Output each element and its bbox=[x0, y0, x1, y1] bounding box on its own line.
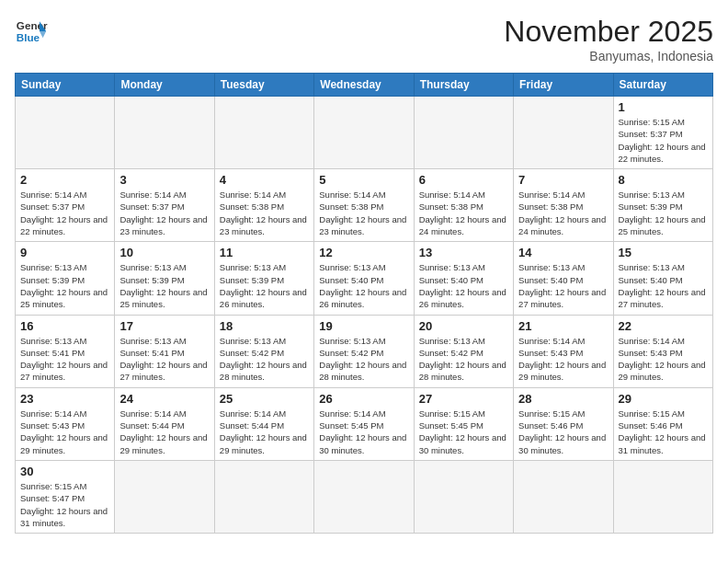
day-info: Sunrise: 5:14 AM Sunset: 5:43 PM Dayligh… bbox=[619, 335, 708, 384]
day-number: 3 bbox=[119, 173, 209, 187]
calendar-cell: 14Sunrise: 5:13 AM Sunset: 5:40 PM Dayli… bbox=[514, 242, 613, 315]
day-number: 14 bbox=[518, 246, 608, 259]
day-number: 10 bbox=[119, 246, 209, 259]
day-info: Sunrise: 5:13 AM Sunset: 5:40 PM Dayligh… bbox=[419, 261, 508, 310]
day-info: Sunrise: 5:14 AM Sunset: 5:44 PM Dayligh… bbox=[119, 408, 209, 456]
calendar-cell bbox=[514, 460, 613, 533]
calendar-cell: 28Sunrise: 5:15 AM Sunset: 5:46 PM Dayli… bbox=[514, 387, 613, 460]
svg-text:Blue: Blue bbox=[17, 31, 40, 43]
day-number: 30 bbox=[20, 465, 109, 478]
calendar-cell: 22Sunrise: 5:14 AM Sunset: 5:43 PM Dayli… bbox=[613, 315, 712, 387]
calendar-cell bbox=[414, 460, 513, 533]
weekday-header-friday: Friday bbox=[514, 74, 613, 97]
day-info: Sunrise: 5:14 AM Sunset: 5:38 PM Dayligh… bbox=[518, 189, 608, 237]
logo-icon: General Blue bbox=[15, 15, 48, 48]
calendar-cell bbox=[314, 460, 414, 533]
calendar-cell bbox=[115, 460, 214, 533]
calendar-cell: 23Sunrise: 5:14 AM Sunset: 5:43 PM Dayli… bbox=[16, 387, 115, 460]
calendar-cell bbox=[214, 97, 313, 169]
day-number: 25 bbox=[220, 392, 309, 406]
day-info: Sunrise: 5:14 AM Sunset: 5:44 PM Dayligh… bbox=[220, 408, 309, 456]
calendar-cell: 6Sunrise: 5:14 AM Sunset: 5:38 PM Daylig… bbox=[414, 169, 513, 242]
calendar-cell: 15Sunrise: 5:13 AM Sunset: 5:40 PM Dayli… bbox=[613, 242, 712, 315]
day-number: 27 bbox=[419, 392, 508, 406]
calendar-cell: 24Sunrise: 5:14 AM Sunset: 5:44 PM Dayli… bbox=[115, 387, 214, 460]
day-info: Sunrise: 5:13 AM Sunset: 5:39 PM Dayligh… bbox=[119, 261, 209, 310]
day-info: Sunrise: 5:14 AM Sunset: 5:45 PM Dayligh… bbox=[319, 408, 408, 456]
day-info: Sunrise: 5:13 AM Sunset: 5:40 PM Dayligh… bbox=[619, 261, 708, 310]
day-info: Sunrise: 5:13 AM Sunset: 5:42 PM Dayligh… bbox=[319, 335, 408, 384]
calendar-cell: 2Sunrise: 5:14 AM Sunset: 5:37 PM Daylig… bbox=[16, 169, 115, 242]
day-number: 17 bbox=[119, 319, 209, 333]
day-number: 22 bbox=[619, 319, 708, 333]
day-number: 19 bbox=[319, 319, 408, 333]
calendar-cell: 4Sunrise: 5:14 AM Sunset: 5:38 PM Daylig… bbox=[214, 169, 313, 242]
title-block: November 2025 Banyumas, Indonesia bbox=[504, 15, 713, 63]
day-info: Sunrise: 5:13 AM Sunset: 5:40 PM Dayligh… bbox=[319, 261, 408, 310]
day-number: 13 bbox=[419, 246, 508, 259]
day-number: 8 bbox=[619, 173, 708, 187]
calendar-cell: 10Sunrise: 5:13 AM Sunset: 5:39 PM Dayli… bbox=[115, 242, 214, 315]
calendar-cell: 27Sunrise: 5:15 AM Sunset: 5:45 PM Dayli… bbox=[414, 387, 513, 460]
day-number: 2 bbox=[20, 173, 109, 187]
day-info: Sunrise: 5:15 AM Sunset: 5:46 PM Dayligh… bbox=[619, 408, 708, 456]
day-info: Sunrise: 5:14 AM Sunset: 5:37 PM Dayligh… bbox=[119, 189, 209, 237]
day-info: Sunrise: 5:13 AM Sunset: 5:39 PM Dayligh… bbox=[220, 261, 309, 310]
day-number: 9 bbox=[20, 246, 109, 259]
day-number: 24 bbox=[119, 392, 209, 406]
day-info: Sunrise: 5:14 AM Sunset: 5:38 PM Dayligh… bbox=[220, 189, 309, 237]
calendar-cell: 9Sunrise: 5:13 AM Sunset: 5:39 PM Daylig… bbox=[16, 242, 115, 315]
location: Banyumas, Indonesia bbox=[504, 49, 713, 63]
day-info: Sunrise: 5:13 AM Sunset: 5:41 PM Dayligh… bbox=[119, 335, 209, 384]
weekday-header-wednesday: Wednesday bbox=[314, 74, 414, 97]
calendar-cell: 21Sunrise: 5:14 AM Sunset: 5:43 PM Dayli… bbox=[514, 315, 613, 387]
calendar-cell bbox=[414, 97, 513, 169]
day-number: 4 bbox=[220, 173, 309, 187]
calendar-cell: 18Sunrise: 5:13 AM Sunset: 5:42 PM Dayli… bbox=[214, 315, 313, 387]
day-info: Sunrise: 5:14 AM Sunset: 5:43 PM Dayligh… bbox=[20, 408, 109, 456]
day-number: 15 bbox=[619, 246, 708, 259]
day-info: Sunrise: 5:15 AM Sunset: 5:46 PM Dayligh… bbox=[518, 408, 608, 456]
day-number: 29 bbox=[619, 392, 708, 406]
calendar-cell: 19Sunrise: 5:13 AM Sunset: 5:42 PM Dayli… bbox=[314, 315, 414, 387]
day-info: Sunrise: 5:13 AM Sunset: 5:39 PM Dayligh… bbox=[20, 261, 109, 310]
calendar-cell: 20Sunrise: 5:13 AM Sunset: 5:42 PM Dayli… bbox=[414, 315, 513, 387]
day-info: Sunrise: 5:13 AM Sunset: 5:40 PM Dayligh… bbox=[518, 261, 608, 310]
logo: General Blue bbox=[15, 15, 48, 48]
day-number: 26 bbox=[319, 392, 408, 406]
day-number: 12 bbox=[319, 246, 408, 259]
day-number: 20 bbox=[419, 319, 508, 333]
weekday-header-sunday: Sunday bbox=[16, 74, 115, 97]
day-number: 5 bbox=[319, 173, 408, 187]
calendar-cell: 7Sunrise: 5:14 AM Sunset: 5:38 PM Daylig… bbox=[514, 169, 613, 242]
day-number: 23 bbox=[20, 392, 109, 406]
day-number: 18 bbox=[220, 319, 309, 333]
calendar-cell: 30Sunrise: 5:15 AM Sunset: 5:47 PM Dayli… bbox=[16, 460, 115, 533]
calendar-cell bbox=[214, 460, 313, 533]
day-info: Sunrise: 5:14 AM Sunset: 5:38 PM Dayligh… bbox=[319, 189, 408, 237]
day-info: Sunrise: 5:14 AM Sunset: 5:43 PM Dayligh… bbox=[518, 335, 608, 384]
day-info: Sunrise: 5:15 AM Sunset: 5:37 PM Dayligh… bbox=[619, 116, 708, 165]
calendar-cell: 25Sunrise: 5:14 AM Sunset: 5:44 PM Dayli… bbox=[214, 387, 313, 460]
calendar-cell: 16Sunrise: 5:13 AM Sunset: 5:41 PM Dayli… bbox=[16, 315, 115, 387]
day-number: 11 bbox=[220, 246, 309, 259]
day-number: 1 bbox=[619, 100, 708, 114]
calendar-cell: 29Sunrise: 5:15 AM Sunset: 5:46 PM Dayli… bbox=[613, 387, 712, 460]
day-info: Sunrise: 5:13 AM Sunset: 5:42 PM Dayligh… bbox=[419, 335, 508, 384]
calendar-cell bbox=[613, 460, 712, 533]
calendar-cell: 12Sunrise: 5:13 AM Sunset: 5:40 PM Dayli… bbox=[314, 242, 414, 315]
weekday-header-saturday: Saturday bbox=[613, 74, 712, 97]
calendar-cell: 17Sunrise: 5:13 AM Sunset: 5:41 PM Dayli… bbox=[115, 315, 214, 387]
day-info: Sunrise: 5:13 AM Sunset: 5:39 PM Dayligh… bbox=[619, 189, 708, 237]
day-number: 6 bbox=[419, 173, 508, 187]
day-number: 16 bbox=[20, 319, 109, 333]
calendar-cell: 8Sunrise: 5:13 AM Sunset: 5:39 PM Daylig… bbox=[613, 169, 712, 242]
calendar-cell: 1Sunrise: 5:15 AM Sunset: 5:37 PM Daylig… bbox=[613, 97, 712, 169]
weekday-header-tuesday: Tuesday bbox=[214, 74, 313, 97]
calendar-cell: 5Sunrise: 5:14 AM Sunset: 5:38 PM Daylig… bbox=[314, 169, 414, 242]
day-number: 28 bbox=[518, 392, 608, 406]
day-number: 21 bbox=[518, 319, 608, 333]
calendar-cell bbox=[115, 97, 214, 169]
calendar-cell bbox=[514, 97, 613, 169]
month-title: November 2025 bbox=[504, 15, 713, 49]
